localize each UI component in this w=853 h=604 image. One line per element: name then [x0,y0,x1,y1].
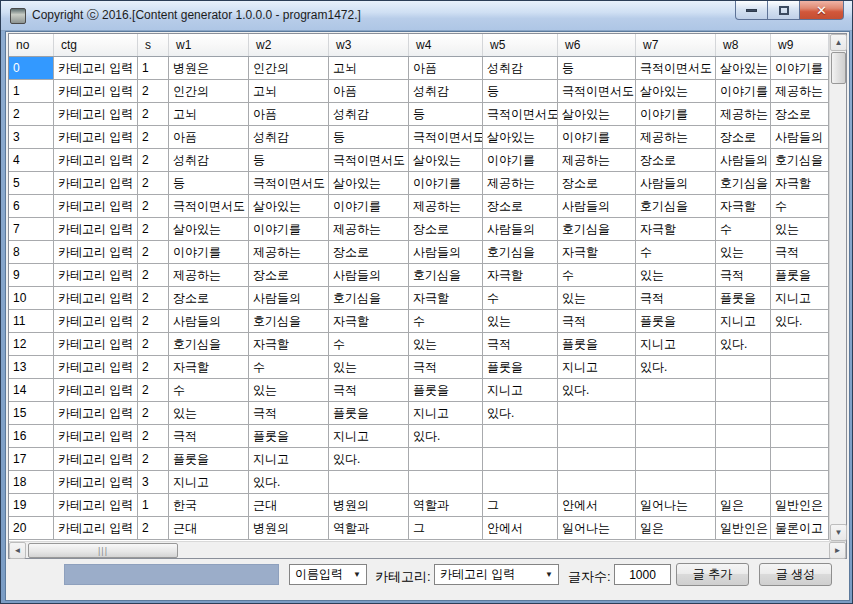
charcount-input[interactable] [614,564,671,585]
grid-cell[interactable]: 극적이면서도 [169,195,249,218]
grid-cell[interactable]: 호기심을 [329,287,409,310]
grid-cell[interactable]: 있다. [636,356,716,379]
grid-cell[interactable]: 13 [9,356,54,379]
grid-cell[interactable]: 일어나는 [558,517,636,540]
grid-cell[interactable]: 있는 [169,402,249,425]
grid-cell[interactable] [716,356,771,379]
grid-cell[interactable]: 극적이면서도 [558,80,636,103]
grid-cell[interactable]: 이야기를 [249,218,329,241]
grid-cell[interactable]: 0 [9,57,54,80]
grid-cell[interactable]: 수 [636,241,716,264]
grid-cell[interactable]: 성취감 [409,80,483,103]
grid-cell[interactable]: 사람들의 [483,218,558,241]
grid-cell[interactable]: 19 [9,494,54,517]
column-header-w9[interactable]: w9 [771,34,829,56]
grid-cell[interactable]: 살아있는 [558,103,636,126]
title-bar[interactable]: Copyright ⓒ 2016.[Content generator 1.0.… [1,1,852,31]
column-header-no[interactable]: no [9,34,54,56]
grid-cell[interactable] [716,448,771,471]
grid-cell[interactable]: 2 [138,287,169,310]
grid-cell[interactable]: 장소로 [483,195,558,218]
grid-cell[interactable]: 지니고 [329,425,409,448]
grid-cell[interactable]: 이야기를 [558,126,636,149]
grid-cell[interactable] [771,333,829,356]
grid-cell[interactable]: 8 [9,241,54,264]
grid-cell[interactable] [409,471,483,494]
column-header-ctg[interactable]: ctg [54,34,138,56]
grid-cell[interactable]: 있다. [483,402,558,425]
grid-cell[interactable]: 호기심을 [558,218,636,241]
grid-cell[interactable]: 사람들의 [716,149,771,172]
grid-cell[interactable]: 자극할 [249,333,329,356]
grid-cell[interactable] [636,448,716,471]
vertical-scrollbar-thumb[interactable] [831,52,846,84]
grid-cell[interactable]: 수 [483,287,558,310]
grid-cell[interactable]: 있는 [771,218,829,241]
grid-cell[interactable]: 성취감 [329,103,409,126]
grid-cell[interactable]: 있는 [483,310,558,333]
grid-cell[interactable]: 장소로 [329,241,409,264]
grid-cell[interactable]: 아픔 [329,80,409,103]
grid-cell[interactable]: 카테고리 입력 [54,425,138,448]
grid-cell[interactable]: 병원의 [329,494,409,517]
grid-cell[interactable]: 등 [409,103,483,126]
grid-cell[interactable]: 14 [9,379,54,402]
grid-cell[interactable]: 수 [716,218,771,241]
grid-cell[interactable]: 수 [249,356,329,379]
grid-cell[interactable]: 자극할 [771,172,829,195]
grid-cell[interactable]: 1 [138,494,169,517]
grid-cell[interactable]: 수 [169,379,249,402]
grid-cell[interactable]: 일반인은 [771,494,829,517]
grid-cell[interactable]: 지니고 [483,379,558,402]
grid-cell[interactable]: 4 [9,149,54,172]
grid-cell[interactable]: 근대 [249,494,329,517]
grid-cell[interactable]: 사람들의 [249,287,329,310]
grid-cell[interactable]: 카테고리 입력 [54,264,138,287]
grid-cell[interactable]: 2 [138,172,169,195]
grid-cell[interactable]: 있다. [329,448,409,471]
grid-cell[interactable]: 살아있는 [636,80,716,103]
grid-cell[interactable]: 살아있는 [483,126,558,149]
grid-cell[interactable]: 2 [138,149,169,172]
grid-cell[interactable]: 극적이면서도 [409,126,483,149]
grid-cell[interactable]: 2 [138,333,169,356]
grid-cell[interactable]: 있다. [558,379,636,402]
grid-cell[interactable]: 일은 [636,517,716,540]
horizontal-scrollbar-thumb[interactable]: ||| [28,543,178,558]
grid-cell[interactable]: 지니고 [409,402,483,425]
grid-cell[interactable]: 극적이면서도 [249,172,329,195]
grid-cell[interactable]: 2 [138,103,169,126]
grid-cell[interactable] [771,379,829,402]
grid-cell[interactable]: 이야기를 [329,195,409,218]
grid-cell[interactable]: 극적 [483,333,558,356]
grid-cell[interactable] [636,402,716,425]
grid-cell[interactable]: 등 [483,80,558,103]
grid-cell[interactable]: 플롯을 [249,425,329,448]
grid-cell[interactable]: 있는 [249,379,329,402]
grid-cell[interactable]: 자극할 [636,218,716,241]
grid-cell[interactable]: 카테고리 입력 [54,103,138,126]
grid-cell[interactable] [716,402,771,425]
grid-cell[interactable]: 극적 [409,356,483,379]
grid-cell[interactable]: 제공하는 [329,218,409,241]
grid-cell[interactable]: 카테고리 입력 [54,333,138,356]
grid-cell[interactable]: 있다. [249,471,329,494]
grid-cell[interactable]: 2 [138,241,169,264]
grid-cell[interactable]: 그 [483,494,558,517]
grid-cell[interactable]: 카테고리 입력 [54,172,138,195]
grid-cell[interactable]: 극적이면서도 [483,103,558,126]
grid-cell[interactable]: 등 [169,172,249,195]
grid-cell[interactable]: 호기심을 [483,241,558,264]
grid-cell[interactable]: 장소로 [771,103,829,126]
grid-cell[interactable]: 지니고 [636,333,716,356]
grid-cell[interactable]: 그 [409,517,483,540]
grid-cell[interactable]: 카테고리 입력 [54,471,138,494]
grid-cell[interactable] [716,471,771,494]
grid-cell[interactable]: 극적이면서도 [636,57,716,80]
column-header-w1[interactable]: w1 [169,34,249,56]
grid-cell[interactable]: 2 [138,402,169,425]
grid-cell[interactable]: 자극할 [409,287,483,310]
grid-cell[interactable]: 제공하는 [409,195,483,218]
grid-cell[interactable]: 수 [329,333,409,356]
grid-cell[interactable]: 인간의 [249,57,329,80]
